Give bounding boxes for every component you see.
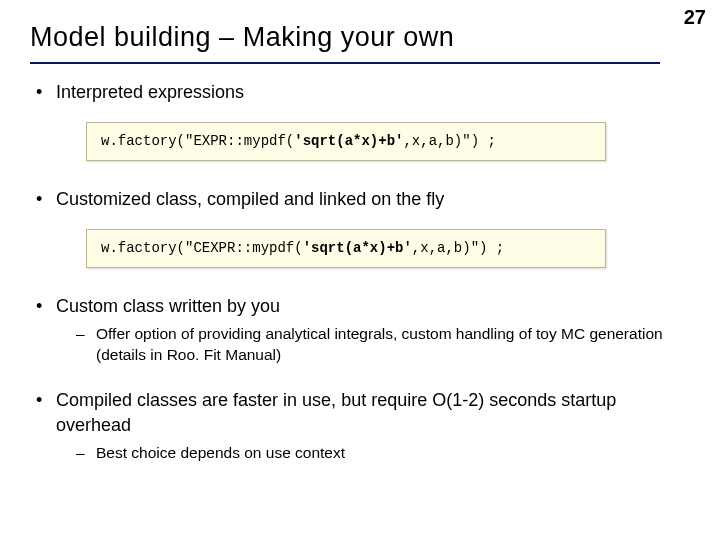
bullet-item: Compiled classes are faster in use, but … bbox=[30, 388, 690, 464]
sub-bullet-list: Offer option of providing analytical int… bbox=[56, 324, 690, 366]
code-quoted: 'sqrt(a*x)+b' bbox=[303, 240, 412, 256]
code-box: w.factory("CEXPR::mypdf('sqrt(a*x)+b',x,… bbox=[86, 229, 606, 268]
bullet-item: Custom class written by you Offer option… bbox=[30, 294, 690, 366]
code-post: ,x,a,b)") ; bbox=[403, 133, 495, 149]
bullet-text: Compiled classes are faster in use, but … bbox=[56, 390, 616, 434]
bullet-item: Interpreted expressions w.factory("EXPR:… bbox=[30, 80, 690, 161]
page-number: 27 bbox=[684, 6, 706, 29]
slide-title: Model building – Making your own bbox=[30, 22, 454, 53]
code-box: w.factory("EXPR::mypdf('sqrt(a*x)+b',x,a… bbox=[86, 122, 606, 161]
bullet-item: Customized class, compiled and linked on… bbox=[30, 187, 690, 268]
sub-bullet-list: Best choice depends on use context bbox=[56, 443, 690, 464]
code-post: ,x,a,b)") ; bbox=[412, 240, 504, 256]
sub-bullet-text: Offer option of providing analytical int… bbox=[96, 325, 663, 363]
title-underline bbox=[30, 62, 660, 64]
sub-bullet-item: Best choice depends on use context bbox=[56, 443, 690, 464]
bullet-text: Customized class, compiled and linked on… bbox=[56, 189, 444, 209]
sub-bullet-text: Best choice depends on use context bbox=[96, 444, 345, 461]
code-pre: w.factory("CEXPR::mypdf( bbox=[101, 240, 303, 256]
bullet-list: Interpreted expressions w.factory("EXPR:… bbox=[30, 80, 690, 464]
sub-bullet-item: Offer option of providing analytical int… bbox=[56, 324, 690, 366]
code-quoted: 'sqrt(a*x)+b' bbox=[294, 133, 403, 149]
slide-content: Interpreted expressions w.factory("EXPR:… bbox=[30, 80, 690, 486]
code-pre: w.factory("EXPR::mypdf( bbox=[101, 133, 294, 149]
bullet-text: Custom class written by you bbox=[56, 296, 280, 316]
slide: 27 Model building – Making your own Inte… bbox=[0, 0, 720, 540]
bullet-text: Interpreted expressions bbox=[56, 82, 244, 102]
